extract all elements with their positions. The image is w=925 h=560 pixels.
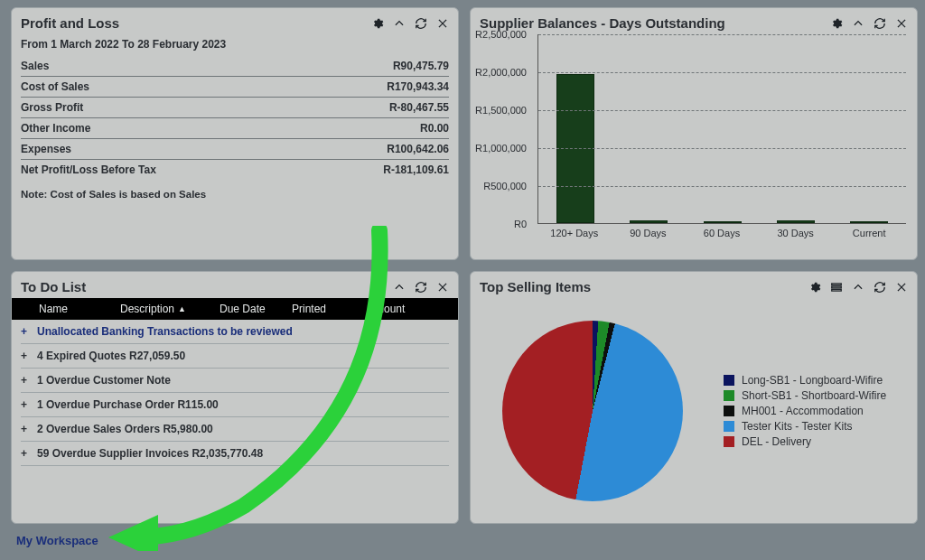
pnl-row-other: Other IncomeR0.00 — [21, 118, 449, 139]
expand-icon[interactable]: + — [21, 423, 32, 435]
top-selling-title: Top Selling Items — [480, 279, 591, 294]
legend-swatch — [724, 406, 734, 416]
x-tick-label: Current — [832, 224, 906, 238]
pnl-row-exp: ExpensesR100,642.06 — [21, 139, 449, 160]
todo-item-label: 1 Overdue Purchase Order R115.00 — [37, 398, 219, 411]
bar — [704, 221, 742, 223]
expand-icon[interactable]: + — [21, 447, 32, 460]
todo-item[interactable]: +4 Expired Quotes R27,059.50 — [21, 344, 449, 369]
todo-item[interactable]: +2 Overdue Sales Orders R5,980.00 — [21, 417, 449, 442]
todo-item-label: 59 Overdue Supplier Invoices R2,035,770.… — [37, 447, 263, 460]
todo-title: To Do List — [21, 279, 86, 294]
todo-item[interactable]: +Unallocated Banking Transactions to be … — [21, 320, 449, 344]
legend-label: MH001 - Accommodation — [742, 405, 864, 417]
y-tick-label: R0 — [471, 219, 532, 229]
legend-item: DEL - Delivery — [724, 435, 908, 448]
gear-icon[interactable] — [371, 281, 384, 294]
pie-legend: Long-SB1 - Longboard-WifireShort-SB1 - S… — [705, 371, 908, 451]
collapse-icon[interactable] — [393, 281, 406, 294]
col-due-date[interactable]: Due Date — [220, 303, 292, 315]
list-icon[interactable] — [830, 281, 843, 294]
legend-item: Short-SB1 - Shortboard-Wifire — [724, 389, 908, 402]
collapse-icon[interactable] — [852, 281, 864, 294]
svg-rect-7 — [832, 286, 842, 288]
pnl-note: Note: Cost of Sales is based on Sales — [21, 189, 449, 200]
pnl-row-net: Net Profit/Loss Before TaxR-181,109.61 — [21, 160, 449, 180]
refresh-icon[interactable] — [415, 17, 427, 30]
pnl-title: Profit and Loss — [21, 15, 119, 31]
expand-icon[interactable]: + — [21, 374, 32, 387]
pnl-date-range: From 1 March 2022 To 28 February 2023 — [21, 38, 449, 51]
supplier-bar-chart: R0R500,000R1,000,000R1,500,000R2,000,000… — [471, 34, 917, 259]
legend-label: Short-SB1 - Shortboard-Wifire — [742, 389, 886, 402]
x-tick-label: 60 Days — [685, 224, 759, 238]
todo-item-label: 2 Overdue Sales Orders R5,980.00 — [37, 423, 213, 435]
x-tick-label: 120+ Days — [537, 224, 612, 238]
expand-icon[interactable]: + — [21, 350, 32, 362]
y-tick-label: R1,500,000 — [471, 105, 532, 116]
bar — [850, 221, 888, 223]
todo-item-label: Unallocated Banking Transactions to be r… — [37, 325, 293, 338]
top-selling-pie — [502, 321, 683, 501]
legend-item: Long-SB1 - Longboard-Wifire — [724, 374, 908, 387]
y-tick-label: R2,500,000 — [471, 29, 532, 40]
todo-item-label: 1 Overdue Customer Note — [37, 374, 171, 387]
refresh-icon[interactable] — [874, 281, 886, 294]
gear-icon[interactable] — [808, 281, 821, 294]
x-tick-label: 30 Days — [759, 224, 833, 238]
collapse-icon[interactable] — [393, 17, 406, 30]
todo-item[interactable]: +1 Overdue Purchase Order R115.00 — [21, 393, 449, 417]
profit-loss-widget: Profit and Loss From 1 March 2022 To 28 … — [11, 7, 459, 260]
col-name[interactable]: Name — [21, 303, 120, 315]
top-selling-widget: Top Selling Items Long-SB1 - Longboard-W… — [470, 271, 918, 524]
bar — [630, 220, 668, 223]
y-tick-label: R1,000,000 — [471, 143, 532, 154]
pnl-row-sales: SalesR90,475.79 — [21, 56, 449, 77]
todo-item[interactable]: +59 Overdue Supplier Invoices R2,035,770… — [21, 442, 449, 466]
y-tick-label: R500,000 — [471, 181, 532, 191]
legend-swatch — [724, 421, 734, 432]
close-icon[interactable] — [436, 281, 449, 294]
legend-label: DEL - Delivery — [742, 435, 811, 448]
legend-swatch — [724, 390, 734, 401]
collapse-icon[interactable] — [852, 17, 864, 30]
bar — [777, 220, 815, 223]
my-workspace-link[interactable]: My Workspace — [16, 534, 98, 547]
gear-icon[interactable] — [371, 17, 384, 30]
legend-item: Tester Kits - Tester Kits — [724, 420, 908, 433]
supplier-balances-widget: Supplier Balances - Days Outstanding R0R… — [470, 7, 918, 260]
refresh-icon[interactable] — [874, 17, 886, 30]
col-printed[interactable]: Printed — [292, 303, 355, 315]
legend-label: Long-SB1 - Longboard-Wifire — [742, 374, 883, 387]
x-tick-label: 90 Days — [612, 224, 686, 238]
svg-rect-6 — [832, 283, 842, 285]
close-icon[interactable] — [895, 281, 908, 294]
legend-swatch — [724, 375, 734, 386]
sort-asc-icon: ▲ — [178, 304, 186, 313]
y-tick-label: R2,000,000 — [471, 67, 532, 78]
legend-item: MH001 - Accommodation — [724, 405, 908, 417]
pnl-row-cost: Cost of SalesR170,943.34 — [21, 77, 449, 98]
refresh-icon[interactable] — [415, 281, 427, 294]
todo-item-label: 4 Expired Quotes R27,059.50 — [37, 350, 185, 362]
legend-swatch — [724, 436, 734, 447]
legend-label: Tester Kits - Tester Kits — [742, 420, 852, 433]
todo-item[interactable]: +1 Overdue Customer Note — [21, 369, 449, 393]
col-description[interactable]: Description▲ — [120, 303, 220, 315]
pnl-row-gross: Gross ProfitR-80,467.55 — [21, 98, 449, 118]
gear-icon[interactable] — [830, 17, 843, 30]
close-icon[interactable] — [436, 17, 449, 30]
close-icon[interactable] — [895, 17, 908, 30]
svg-rect-8 — [832, 289, 842, 291]
col-amount[interactable]: Amount — [355, 303, 449, 315]
todo-widget: To Do List Name Description▲ Due Date Pr… — [11, 271, 459, 524]
expand-icon[interactable]: + — [21, 398, 32, 411]
expand-icon[interactable]: + — [21, 325, 32, 338]
todo-columns-header: Name Description▲ Due Date Printed Amoun… — [12, 298, 458, 320]
